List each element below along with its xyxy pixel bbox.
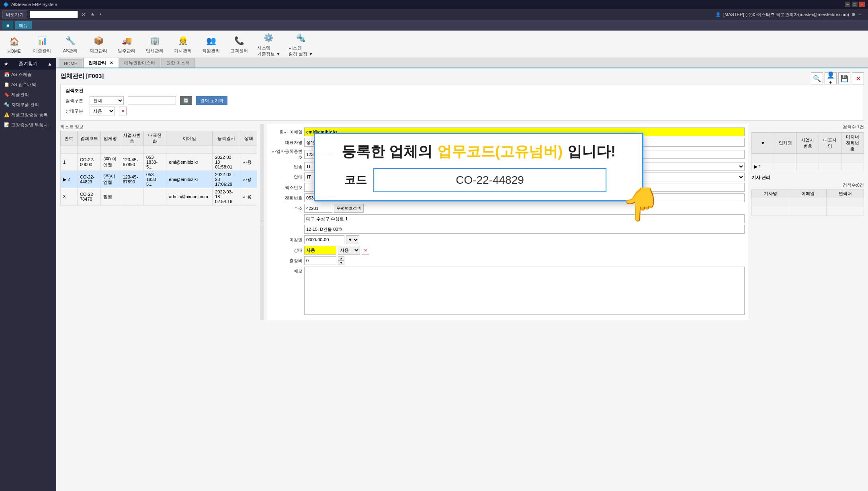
eng-filter-email[interactable] <box>792 201 824 205</box>
app-icon: 🔷 <box>3 2 9 7</box>
sidebar-collapse-icon[interactable]: ▲ <box>47 61 52 67</box>
filter-code[interactable] <box>80 148 98 152</box>
company-icon: 🏢 <box>148 34 161 47</box>
panel-divider[interactable]: ⋮ <box>260 124 264 320</box>
memo-textarea[interactable] <box>304 267 745 315</box>
sidebar-title: 즐겨찾기 <box>18 60 38 67</box>
right-filter-2[interactable] <box>777 156 794 160</box>
filter-regdate[interactable] <box>215 148 237 152</box>
nav-company[interactable]: 🏢 업체관리 <box>145 34 165 54</box>
type-label: 업태 <box>270 174 303 180</box>
nav-sys-info[interactable]: ⚙️ 시스템기준정보 ▼ <box>257 31 280 57</box>
close-action-button[interactable]: ✕ <box>852 72 864 84</box>
row1-no: 1 <box>61 154 78 171</box>
biz-no-label: 사업자등록증번호 <box>270 148 303 160</box>
address2-input[interactable] <box>304 225 745 234</box>
search-action-button[interactable]: 🔍 <box>811 72 823 84</box>
address1-input[interactable] <box>304 214 745 223</box>
table-row-selected[interactable]: ▶ 2 CO-22-44829 (주)이엠웰 123-45-67890 053-… <box>61 171 257 188</box>
tab-close-icon[interactable]: ✕ <box>110 61 113 65</box>
nav-engineer[interactable]: 👷 기사관리 <box>173 34 193 54</box>
right-filter-4[interactable] <box>821 156 839 160</box>
right-filter-5[interactable] <box>844 156 861 160</box>
save-action-button[interactable]: 💾 <box>838 72 850 84</box>
eng-filter-contact[interactable] <box>829 201 861 205</box>
expiry-select[interactable]: ▼ <box>346 235 359 244</box>
table-row[interactable]: 1 CO-22-00000 (주) 이엠웰 123-45-67890 053-1… <box>61 154 257 171</box>
zipcode-input[interactable] <box>304 204 332 213</box>
tab-home[interactable]: HOME <box>59 59 82 68</box>
filter-bizno[interactable] <box>123 148 141 152</box>
nav-as-label: AS관리 <box>63 48 78 54</box>
toolbar-star-icon[interactable]: ★ <box>89 12 96 17</box>
tab-menu-auth[interactable]: 메뉴권한마스터 <box>119 58 160 68</box>
sidebar-item-fault-reg[interactable]: ⚠️ 제품고장증상 등록 <box>0 110 56 120</box>
row2-bizno: 123-45-67890 <box>120 171 143 188</box>
content-area: HOME 업체관리 ✕ 메뉴권한마스터 권한 마스터 🔍 👤+ 💾 ✕ 업체관리… <box>56 58 868 491</box>
filter-phone[interactable] <box>146 148 164 152</box>
sidebar-item-parts[interactable]: 🔩 자재부품 관리 <box>0 100 56 110</box>
sidebar-item-fault-parts[interactable]: 📝 고장증상별 부품나... <box>0 120 56 130</box>
restore-button[interactable]: □ <box>852 2 858 7</box>
nav-sales[interactable]: 📊 매출관리 <box>32 34 52 54</box>
toolbar-close-icon[interactable]: ✕ <box>80 12 87 17</box>
search-button[interactable]: 결재 초기화 <box>196 96 227 105</box>
nav-customer[interactable]: 📞 고객센터 <box>229 34 249 54</box>
nav-home[interactable]: 🏠 HOME <box>4 35 24 53</box>
search-keyword-input[interactable] <box>128 96 176 105</box>
expiry-label: 마감일 <box>270 237 303 243</box>
sidebar-item-as-receipt[interactable]: 📋 AS 접수내역 <box>0 80 56 90</box>
overlay-title: 등록한 업체의 업무코드(고유넘버) 입니다! <box>327 142 630 162</box>
cost-down-button[interactable]: ▼ <box>338 261 344 265</box>
status-form-select[interactable]: 사용 미사용 <box>338 246 360 255</box>
filter-name[interactable] <box>103 148 117 152</box>
window-close-button[interactable]: × <box>859 2 865 7</box>
status-clear-button[interactable]: ✕ <box>119 107 127 115</box>
row3-regdate: 2022-03-18 02:54:16 <box>213 188 240 205</box>
nav-sys-config[interactable]: 🔩 시스템환경 설정 ▼ <box>289 31 313 57</box>
tab-company[interactable]: 업체관리 ✕ <box>83 58 118 68</box>
filter-email[interactable] <box>169 148 210 152</box>
highlight-overlay: 등록한 업체의 업무코드(고유넘버) 입니다! 코드 CO-22-44829 👇 <box>314 133 643 201</box>
search-type-select[interactable]: 전체 업체코드 업체명 사업자번호 <box>90 96 124 105</box>
eng-filter-name[interactable] <box>754 201 786 205</box>
list-section-label: 리스트 정보 <box>60 124 257 130</box>
toolbar-search-input[interactable] <box>30 11 78 18</box>
add-action-button[interactable]: 👤+ <box>825 72 837 84</box>
filter-no[interactable] <box>63 148 75 152</box>
toolbar-dot-icon[interactable]: • <box>98 12 102 17</box>
main-layout: ★ 즐겨찾기 ▲ 📅 AS 스케줄 📋 AS 접수내역 🔖 제품관리 🔩 자재부… <box>0 58 868 491</box>
nav-order[interactable]: 🚚 발주관리 <box>117 34 137 54</box>
nav-inventory[interactable]: 📦 재고관리 <box>88 34 108 54</box>
right-table-row[interactable]: ▶ 1 <box>752 162 864 171</box>
minimize-button[interactable]: ─ <box>845 2 850 7</box>
status-select[interactable]: 사용 미사용 전체 <box>90 107 115 115</box>
toolbar: 바로가기 ✕ ★ • 👤 [MASTER] (주)아이스터즈 최고관리자(mas… <box>0 9 868 20</box>
overlay-highlight: 업무코드(고유넘버) <box>437 142 563 162</box>
nav-as[interactable]: 🔧 AS관리 <box>60 34 80 54</box>
right-filter-1[interactable] <box>754 156 772 160</box>
right-filter-3[interactable] <box>799 156 817 160</box>
menu-main-button[interactable]: 메뉴 <box>15 21 32 29</box>
eng-col-email: 이메일 <box>789 189 827 198</box>
table-row[interactable]: 3 CO-22-78470 힘펠 admin@himpel.com 2022-0… <box>61 188 257 205</box>
status-input[interactable] <box>304 246 336 255</box>
shortcut-button[interactable]: 바로가기 <box>2 10 27 18</box>
settings-icon[interactable]: ⚙ <box>852 12 856 17</box>
cost-input[interactable] <box>304 256 336 265</box>
status-clear-btn[interactable]: ✕ <box>362 246 369 255</box>
cost-up-button[interactable]: ▲ <box>338 256 344 261</box>
expiry-input[interactable] <box>304 235 344 244</box>
sidebar-item-product[interactable]: 🔖 제품관리 <box>0 90 56 100</box>
filter-status[interactable] <box>243 148 254 152</box>
sidebar-item-as-schedule[interactable]: 📅 AS 스케줄 <box>0 70 56 80</box>
zipcode-search-button[interactable]: 우편번호검색 <box>334 204 364 213</box>
company-table: 번호 업체코드 업체명 사업자번호 대표전화 이메일 등록일시 상태 <box>60 131 257 205</box>
tab-auth-master[interactable]: 권한 마스터 <box>161 58 195 68</box>
refresh-button[interactable]: 🔄 <box>180 96 192 105</box>
logout-icon[interactable]: → <box>858 12 862 17</box>
nav-staff[interactable]: 👥 직원관리 <box>201 34 221 54</box>
fault-parts-label: 고장증상별 부품나... <box>11 122 51 128</box>
menu-home-button[interactable]: ■ <box>2 21 13 29</box>
overlay-code-label: 코드 <box>344 173 367 188</box>
